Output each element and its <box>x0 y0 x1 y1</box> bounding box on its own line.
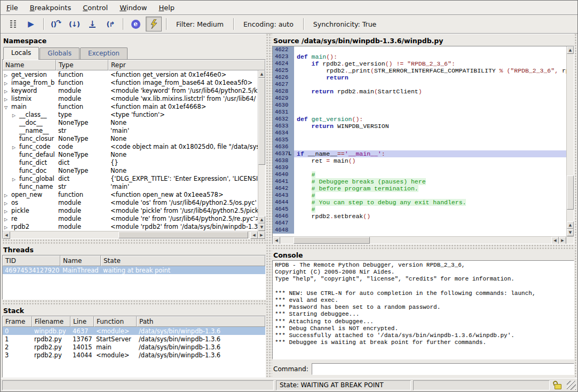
column-header-line[interactable]: Line <box>70 316 94 327</box>
scroll-right-arrow[interactable]: ▶ <box>258 231 265 239</box>
column-header-repr[interactable]: Repr <box>108 60 265 70</box>
tree-expand-icon[interactable]: ▷ <box>4 217 11 222</box>
source-line[interactable]: 4643 # <box>273 192 566 199</box>
menu-breakpoints[interactable]: Breakpoints <box>24 1 77 14</box>
scroll-left-arrow[interactable]: ◀ <box>273 237 280 244</box>
scrollbar-thumb[interactable] <box>118 231 248 238</box>
column-header-function[interactable]: Function <box>94 316 137 327</box>
tree-expand-icon[interactable]: ▷ <box>4 73 11 78</box>
namespace-row[interactable]: ▷listmixmodule<module 'wx.lib.mixins.lis… <box>3 94 258 102</box>
tree-expand-icon[interactable]: ▷ <box>4 209 11 214</box>
tab-locals[interactable]: Locals <box>3 47 39 60</box>
step-over-button[interactable]: ()↷ <box>48 17 64 31</box>
scroll-right-arrow[interactable]: ▶ <box>559 237 566 244</box>
horizontal-splitter[interactable] <box>2 300 266 305</box>
namespace-row[interactable]: func_docNoneTypeNone <box>3 166 258 174</box>
column-header-state[interactable]: State <box>101 255 265 266</box>
scroll-up-arrow[interactable]: ▲ <box>258 216 265 223</box>
source-line[interactable]: 4630 <box>273 102 566 109</box>
step-into-button[interactable]: (↓) <box>66 17 82 31</box>
column-header-tid[interactable]: TID <box>3 255 60 266</box>
step-out-button[interactable]: (↱ <box>102 17 118 31</box>
column-header-filename[interactable]: Filename <box>32 316 70 327</box>
source-line[interactable]: 4624 if rpdb2.get_version() != "RPDB_2_3… <box>273 60 566 67</box>
column-header-frame[interactable]: Frame <box>3 316 32 327</box>
namespace-row[interactable]: __name__str'main' <box>3 126 258 134</box>
source-line[interactable]: 4639 <box>273 164 566 171</box>
source-line[interactable]: 4637Lif __name__=='__main__': <box>273 150 566 157</box>
command-input[interactable] <box>312 363 574 375</box>
encoding-indicator[interactable]: Encoding: auto <box>237 20 300 28</box>
tree-expand-icon[interactable]: ▷ <box>12 177 19 182</box>
namespace-row[interactable]: __doc__NoneTypeNone <box>3 118 258 126</box>
menu-control[interactable]: Control <box>77 1 114 14</box>
namespace-vertical-scrollbar[interactable]: ▲ ▲ ▼ <box>258 70 265 231</box>
namespace-row[interactable]: func_closurNoneTypeNone <box>3 134 258 142</box>
source-line[interactable]: 4632def get_version(): <box>273 116 566 123</box>
resize-grip[interactable] <box>567 381 576 390</box>
namespace-row[interactable]: ▷picklemodule<module 'pickle' from '/usr… <box>3 206 258 214</box>
namespace-row[interactable]: ▽mainfunction<function main at 0x1ef4668… <box>3 102 258 110</box>
stack-frame-row[interactable]: 1rpdb2.py13767StartServer/data/sys/bin/w… <box>3 335 265 343</box>
stack-frame-row[interactable]: 3rpdb2.py14044<module>/data/sys/bin/winp… <box>3 351 265 359</box>
horizontal-splitter[interactable] <box>272 244 574 250</box>
scrollbar-thumb[interactable] <box>567 175 574 210</box>
tab-globals[interactable]: Globals <box>39 47 80 59</box>
scroll-left-arrow[interactable]: ◀ <box>250 231 258 239</box>
scrollbar-thumb[interactable] <box>294 237 369 244</box>
vertical-splitter[interactable] <box>266 34 272 378</box>
namespace-row[interactable]: ▷func_globaldict{'DLG_EXPR_TITLE': 'Ente… <box>3 174 258 182</box>
tree-expand-icon[interactable]: ▷ <box>4 97 11 102</box>
source-line[interactable]: 4644 # You can step to debug any exit ha… <box>273 199 566 206</box>
break-button[interactable] <box>5 17 21 31</box>
scroll-up-arrow[interactable]: ▲ <box>567 46 574 54</box>
tab-exception[interactable]: Exception <box>80 47 128 59</box>
namespace-row[interactable]: ▷rpdb2module<module 'rpdb2' from '/data/… <box>3 222 258 230</box>
thread-row[interactable]: 46974534127920MainThreadwaiting at break… <box>3 266 265 274</box>
go-button[interactable]: ▶ <box>23 17 39 31</box>
step-return-button[interactable]: ↓ <box>84 17 100 31</box>
tree-expand-icon[interactable]: ▷ <box>4 201 11 206</box>
namespace-row[interactable]: ▷func_codecode<code object main at 0x180… <box>3 142 258 150</box>
menu-file[interactable]: File <box>1 1 24 14</box>
source-line[interactable]: 4627 <box>273 81 566 88</box>
source-line[interactable]: 4634 <box>273 130 566 137</box>
source-line[interactable]: 4648 <box>273 227 566 234</box>
tree-expand-icon[interactable]: ▷ <box>4 193 11 198</box>
menu-window[interactable]: Window <box>114 1 153 14</box>
source-line[interactable]: 4626 return <box>273 74 566 81</box>
scroll-left-arrow[interactable]: ◀ <box>3 231 10 239</box>
scroll-up-arrow[interactable]: ▲ <box>258 70 265 78</box>
stack-frame-row[interactable]: 0winpdb.py4637<module>/data/sys/bin/winp… <box>3 327 265 335</box>
scroll-down-arrow[interactable]: ▼ <box>567 229 574 236</box>
column-header-path[interactable]: Path <box>137 316 265 327</box>
namespace-row[interactable]: func_defaulNoneTypeNone <box>3 150 258 158</box>
filter-indicator[interactable]: Filter: Medium <box>170 20 230 28</box>
source-line[interactable]: 4635 <box>273 137 566 143</box>
source-line[interactable]: 4647 <box>273 220 566 227</box>
synchronicity-indicator[interactable]: Synchronicity: True <box>307 20 383 28</box>
namespace-row[interactable]: ▷remodule<module 're' from '/usr/lib64/p… <box>3 214 258 222</box>
horizontal-splitter[interactable] <box>2 239 266 244</box>
namespace-row[interactable]: ▷get_versionfunction<function get_versio… <box>3 70 258 78</box>
namespace-row[interactable]: func_dictdict{} <box>3 158 258 166</box>
source-line[interactable]: 4638 ret = main() <box>273 157 566 164</box>
source-line[interactable]: 4641 # Debuggee breaks (pauses) here <box>273 178 566 185</box>
column-header-name[interactable]: Name <box>3 60 56 70</box>
menu-help[interactable]: Help <box>153 1 180 14</box>
scroll-left-arrow[interactable]: ◀ <box>551 237 559 244</box>
tree-collapse-icon[interactable]: ▽ <box>4 105 11 110</box>
right-edge-sash[interactable] <box>574 34 577 378</box>
namespace-row[interactable]: func_namestr'main' <box>3 182 258 190</box>
source-line[interactable]: 4645 # <box>273 206 566 213</box>
source-line[interactable]: 4640 # <box>273 171 566 178</box>
source-line[interactable]: 4633 return WINPDB_VERSION <box>273 123 566 130</box>
namespace-row[interactable]: ▷image_from_bfunction<function image_fro… <box>3 78 258 86</box>
source-line[interactable]: 4629 <box>273 95 566 102</box>
source-line[interactable]: 4625 rpdb2._print(STR_ERROR_INTERFACE_CO… <box>273 67 566 74</box>
source-line[interactable]: 4622 <box>273 46 566 53</box>
scroll-up-arrow[interactable]: ▲ <box>567 221 574 229</box>
namespace-row[interactable]: ▷keywordmodule<module 'keyword' from '/u… <box>3 86 258 94</box>
source-line[interactable]: 4631 <box>273 109 566 116</box>
tree-expand-icon[interactable]: ▷ <box>4 89 11 94</box>
